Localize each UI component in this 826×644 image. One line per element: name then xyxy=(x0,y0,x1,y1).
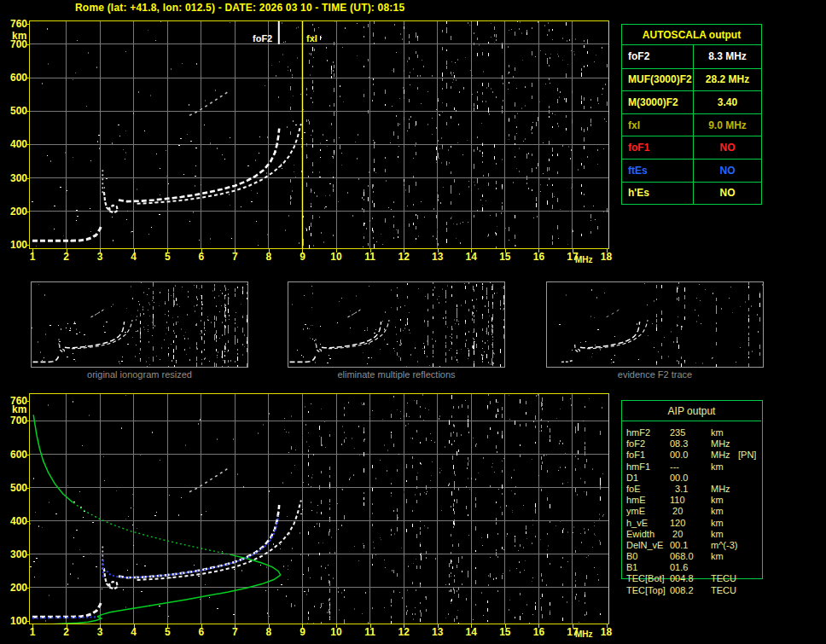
x-tick-label-top: 15 xyxy=(496,251,515,263)
x-tick-label-top: 6 xyxy=(192,251,211,263)
autoscala-row-fof2: foF28.3 MHz xyxy=(622,45,761,68)
y-tick-top xyxy=(26,178,30,179)
x-tick-top xyxy=(235,249,236,252)
autoscala-row-h-es: h'EsNO xyxy=(622,182,761,205)
aip-param-unit: MHz xyxy=(711,450,730,460)
aip-param-label: DelN_vE xyxy=(626,540,663,550)
y-tick-bot xyxy=(26,421,30,421)
x-tick-label-bot: 16 xyxy=(529,626,548,638)
aip-param-value: 01.6 xyxy=(670,562,688,572)
aip-param-label: B1 xyxy=(626,562,637,572)
x-tick-label-top: 16 xyxy=(529,251,548,263)
aip-param-unit: MHz xyxy=(711,438,730,449)
x-tick-label-top: 3 xyxy=(90,251,109,263)
aip-param-value: 00.0 xyxy=(670,450,688,460)
autoscala-param-label: MUF(3000)F2 xyxy=(622,69,693,91)
aip-row-hmf1: hmF1---km xyxy=(621,461,771,473)
panel-caption-1: original ionogram resized xyxy=(31,369,248,380)
x-tick-top xyxy=(167,249,168,252)
x-tick-bot xyxy=(607,624,608,628)
y-tick-label-top: 100 xyxy=(2,239,27,251)
aip-param-unit: km xyxy=(711,461,724,472)
x-tick-top xyxy=(100,249,101,252)
x-tick-label-top: 5 xyxy=(158,251,177,263)
x-tick-label-bot: 14 xyxy=(462,626,480,638)
x-tick-label-top: 8 xyxy=(259,251,278,263)
x-tick-label-bot: 1 xyxy=(23,626,42,638)
aip-row-ewidth: Ewidth 20km xyxy=(621,529,771,540)
y-tick-bot xyxy=(26,455,30,455)
x-tick-bot xyxy=(67,624,67,628)
x-tick-top xyxy=(573,249,573,252)
x-tick-top xyxy=(404,249,404,252)
aip-param-value: --- xyxy=(670,461,679,472)
y-tick-label-top: 600 xyxy=(2,72,27,84)
x-tick-label-bot: 4 xyxy=(125,626,143,638)
autoscala-param-label: ftEs xyxy=(622,160,693,182)
autoscala-param-label: fxI xyxy=(622,114,693,136)
aip-param-value: 00.0 xyxy=(670,473,688,483)
aip-table-header: AIP output xyxy=(622,401,761,421)
autoscala-row-muf-3000-f2: MUF(3000)F228.2 MHz xyxy=(622,68,761,91)
ionogram-top-chart xyxy=(29,20,609,249)
x-tick-label-bot: 9 xyxy=(293,626,311,638)
y-tick-bot xyxy=(26,554,30,555)
x-tick-top xyxy=(370,249,371,252)
y-tick-top xyxy=(26,24,30,25)
aip-param-label: foE xyxy=(626,484,641,494)
y-tick-label-top: 200 xyxy=(2,206,27,218)
aip-param-label: ymE xyxy=(626,506,645,516)
aip-row-foe: foE 3.1MHz xyxy=(621,484,771,495)
aip-table-rows: hmF2235kmfoF208.3MHzfoF100.0MHz[PN]hmF1-… xyxy=(621,427,771,596)
y-tick-label-bot: 600 xyxy=(2,449,27,461)
aip-row-h-ve: h_vE120km xyxy=(621,518,771,529)
x-tick-bot xyxy=(505,624,506,628)
aip-row-tec-top-: TEC[Top]008.2TECU xyxy=(621,585,771,596)
x-tick-label-top: 11 xyxy=(361,251,380,263)
x-tick-label-top: 2 xyxy=(57,251,76,263)
aip-param-label: Ewidth xyxy=(626,529,654,539)
ionogram-bottom-chart xyxy=(29,393,609,624)
aip-param-label: B0 xyxy=(626,551,637,561)
x-tick-label-top: 17 xyxy=(563,251,582,263)
autoscala-param-label: M(3000)F2 xyxy=(622,91,693,113)
x-tick-label-top: 1 xyxy=(23,251,42,263)
x-tick-bot xyxy=(573,624,573,628)
aip-param-label: h_vE xyxy=(626,518,648,528)
autoscala-param-label: foF2 xyxy=(622,45,693,68)
fof2-marker-label: foF2 xyxy=(253,33,272,44)
x-tick-top xyxy=(471,249,472,252)
y-tick-label-bot: 400 xyxy=(2,515,27,527)
fxi-marker-label: fxI xyxy=(306,33,317,44)
aip-param-label: hmE xyxy=(626,495,646,505)
autoscala-param-value: NO xyxy=(693,183,761,205)
y-tick-label-top: 300 xyxy=(2,172,27,184)
y-tick-label-top: 760 xyxy=(2,18,27,30)
x-tick-bot xyxy=(538,624,539,628)
x-tick-top xyxy=(336,249,337,252)
aip-param-value: 20 xyxy=(670,529,683,539)
aip-param-label: hmF1 xyxy=(626,461,650,472)
x-tick-bot xyxy=(438,624,439,628)
y-tick-top xyxy=(26,144,30,145)
aip-param-unit: MHz xyxy=(711,484,730,494)
y-tick-bot xyxy=(26,621,30,622)
x-tick-label-top: 4 xyxy=(125,251,143,263)
page-title: Rome (lat: +41.8, lon: 012.5) - DATE: 20… xyxy=(75,2,404,14)
panel-caption-3: evidence F2 trace xyxy=(546,369,764,380)
panel-caption-2: eliminate multiple reflections xyxy=(288,369,505,380)
autoscala-param-label: h'Es xyxy=(622,183,693,205)
x-tick-label-bot: 17 xyxy=(563,626,582,638)
autoscala-output-table: AUTOSCALA output foF28.3 MHzMUF(3000)F22… xyxy=(621,24,762,205)
autoscala-param-value: 3.40 xyxy=(693,91,761,113)
x-tick-bot xyxy=(269,624,270,628)
autoscala-param-value: NO xyxy=(693,136,761,159)
y-tick-top xyxy=(26,111,30,112)
aip-param-label: D1 xyxy=(626,473,638,483)
y-tick-label-top: 500 xyxy=(2,105,27,117)
aip-param-unit: TECU xyxy=(711,585,736,595)
panel-eliminate-reflections xyxy=(288,281,505,368)
x-tick-label-bot: 3 xyxy=(90,626,109,638)
aip-param-unit: TECU xyxy=(711,573,736,583)
x-tick-label-top: 13 xyxy=(428,251,447,263)
